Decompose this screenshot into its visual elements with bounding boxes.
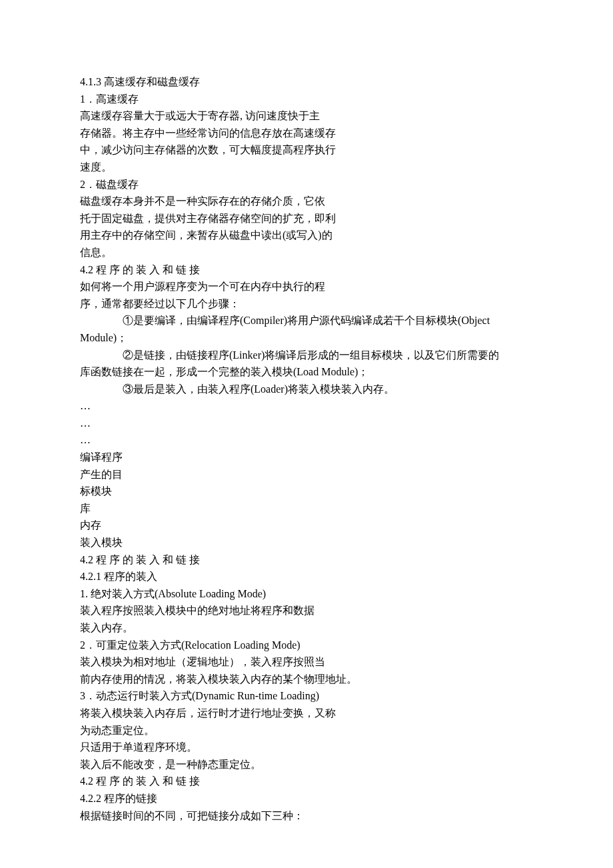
text-line: 前内存使用的情况，将装入模块装入内存的某个物理地址。 bbox=[80, 671, 533, 688]
text-line: 序，通常都要经过以下几个步骤： bbox=[80, 295, 533, 313]
text-line: ②是链接，由链接程序(Linker)将编译后形成的一组目标模块，以及它们所需要的 bbox=[80, 347, 533, 364]
text-line: ③最后是装入，由装入程序(Loader)将装入模块装入内存。 bbox=[80, 381, 533, 398]
text-line: 4.2 程 序 的 装 入 和 链 接 bbox=[80, 261, 533, 279]
text-line: 高速缓存容量大于或远大于寄存器, 访问速度快于主 bbox=[80, 107, 533, 125]
text-line: 信息。 bbox=[80, 244, 533, 261]
text-line: 如何将一个用户源程序变为一个可在内存中执行的程 bbox=[80, 278, 533, 295]
text-line: 1．高速缓存 bbox=[80, 91, 533, 108]
text-line: 标模块 bbox=[80, 483, 533, 500]
text-line: 1. 绝对装入方式(Absolute Loading Mode) bbox=[80, 585, 533, 603]
text-line: 2．磁盘缓存 bbox=[80, 176, 533, 193]
text-line: 托于固定磁盘，提供对主存储器存储空间的扩充，即利 bbox=[80, 210, 533, 227]
text-line: 为动态重定位。 bbox=[80, 722, 533, 739]
text-line: 只适用于单道程序环境。 bbox=[80, 739, 533, 756]
text-line: 存储器。将主存中一些经常访问的信息存放在高速缓存 bbox=[80, 125, 533, 142]
text-line: 库 bbox=[80, 500, 533, 517]
text-line: 4.2 程 序 的 装 入 和 链 接 bbox=[80, 551, 533, 569]
document-body: 4.1.3 高速缓存和磁盘缓存 1．高速缓存 高速缓存容量大于或远大于寄存器, … bbox=[80, 73, 533, 824]
text-line: Module)； bbox=[80, 329, 533, 347]
text-line: … bbox=[80, 397, 533, 415]
text-line: … bbox=[80, 431, 533, 449]
text-line: 将装入模块装入内存后，运行时才进行地址变换，又称 bbox=[80, 705, 533, 722]
text-line: 内存 bbox=[80, 517, 533, 534]
text-line: 装入模块 bbox=[80, 534, 533, 551]
text-line: 装入内存。 bbox=[80, 619, 533, 637]
text-line: … bbox=[80, 415, 533, 432]
text-line: 装入程序按照装入模块中的绝对地址将程序和数据 bbox=[80, 602, 533, 619]
text-line: ①是要编译，由编译程序(Compiler)将用户源代码编译成若干个目标模块(Ob… bbox=[80, 312, 533, 329]
text-line: 4.2 程 序 的 装 入 和 链 接 bbox=[80, 773, 533, 790]
text-line: 用主存中的存储空间，来暂存从磁盘中读出(或写入)的 bbox=[80, 227, 533, 244]
text-line: 装入后不能改变，是一种静态重定位。 bbox=[80, 756, 533, 773]
text-line: 速度。 bbox=[80, 159, 533, 176]
text-line: 4.2.1 程序的装入 bbox=[80, 568, 533, 585]
text-line: 中，减少访问主存储器的次数，可大幅度提高程序执行 bbox=[80, 141, 533, 159]
text-line: 3．动态运行时装入方式(Dynamic Run-time Loading) bbox=[80, 687, 533, 705]
text-line: 产生的目 bbox=[80, 466, 533, 483]
text-line: 根据链接时间的不同，可把链接分成如下三种： bbox=[80, 807, 533, 825]
text-line: 编译程序 bbox=[80, 449, 533, 466]
text-line: 库函数链接在一起，形成一个完整的装入模块(Load Module)； bbox=[80, 363, 533, 381]
text-line: 4.1.3 高速缓存和磁盘缓存 bbox=[80, 73, 533, 91]
text-line: 磁盘缓存本身并不是一种实际存在的存储介质，它依 bbox=[80, 193, 533, 210]
text-line: 2．可重定位装入方式(Relocation Loading Mode) bbox=[80, 637, 533, 654]
text-line: 装入模块为相对地址（逻辑地址），装入程序按照当 bbox=[80, 653, 533, 671]
text-line: 4.2.2 程序的链接 bbox=[80, 790, 533, 807]
